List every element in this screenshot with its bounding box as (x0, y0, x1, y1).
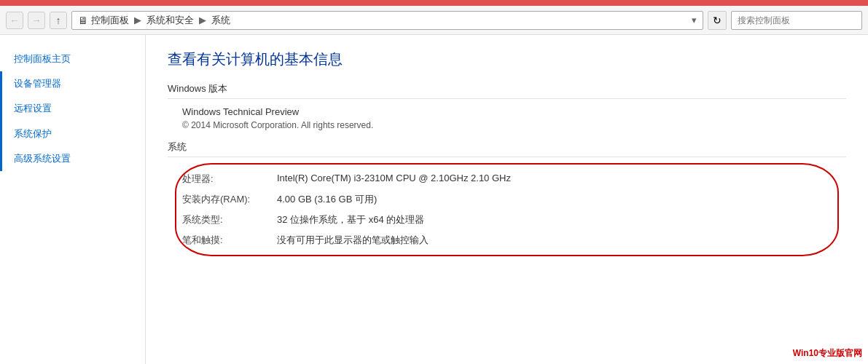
content-area: 查看有关计算机的基本信息 Windows 版本 Windows Technica… (146, 35, 868, 364)
sidebar-item-advanced[interactable]: 高级系统设置 (0, 146, 145, 171)
processor-label: 处理器: (182, 173, 277, 186)
ram-label: 安装内存(RAM): (182, 193, 277, 206)
up-icon: ↑ (56, 15, 61, 26)
forward-icon: → (31, 15, 42, 26)
system-section-wrapper: 处理器: Intel(R) Core(TM) i3-2310M CPU @ 2.… (168, 165, 846, 255)
forward-button[interactable]: → (28, 12, 45, 29)
page-title: 查看有关计算机的基本信息 (168, 50, 846, 69)
address-dropdown-icon[interactable]: ▾ (692, 15, 697, 25)
processor-value: Intel(R) Core(TM) i3-2310M CPU @ 2.10GHz… (277, 173, 846, 186)
system-rows: 处理器: Intel(R) Core(TM) i3-2310M CPU @ 2.… (168, 165, 846, 255)
pen-touch-label: 笔和触摸: (182, 234, 277, 247)
breadcrumb-item-2[interactable]: 系统 (211, 14, 230, 27)
windows-version-section-label: Windows 版本 (168, 82, 846, 99)
windows-version-name: Windows Technical Preview (168, 106, 846, 117)
breadcrumb-item-0[interactable]: 控制面板 (91, 14, 129, 27)
table-row: 系统类型: 32 位操作系统，基于 x64 的处理器 (168, 210, 846, 230)
address-bar-row: ← → ↑ 🖥 控制面板 ▶ 系统和安全 ▶ 系统 ▾ ↻ (0, 6, 868, 35)
sidebar: 控制面板主页 设备管理器 远程设置 系统保护 高级系统设置 (0, 35, 146, 364)
table-row: 安装内存(RAM): 4.00 GB (3.16 GB 可用) (168, 189, 846, 210)
computer-icon: 🖥 (78, 15, 88, 26)
up-button[interactable]: ↑ (50, 12, 67, 29)
table-row: 笔和触摸: 没有可用于此显示器的笔或触控输入 (168, 230, 846, 250)
copyright-text: © 2014 Microsoft Corporation. All rights… (168, 120, 846, 130)
breadcrumb-item-1[interactable]: 系统和安全 (146, 14, 194, 27)
sidebar-item-device-manager[interactable]: 设备管理器 (0, 71, 145, 96)
back-icon: ← (9, 15, 20, 26)
refresh-icon: ↻ (713, 15, 722, 26)
sidebar-item-home[interactable]: 控制面板主页 (0, 47, 145, 71)
sidebar-item-remote[interactable]: 远程设置 (0, 96, 145, 121)
separator-2: ▶ (199, 15, 206, 25)
address-field[interactable]: 🖥 控制面板 ▶ 系统和安全 ▶ 系统 ▾ (71, 11, 703, 30)
main-layout: 控制面板主页 设备管理器 远程设置 系统保护 高级系统设置 查看有关计算机的基本… (0, 35, 868, 364)
pen-touch-value: 没有可用于此显示器的笔或触控输入 (277, 234, 846, 247)
table-row: 处理器: Intel(R) Core(TM) i3-2310M CPU @ 2.… (168, 169, 846, 189)
search-input[interactable] (731, 11, 862, 30)
ram-value: 4.00 GB (3.16 GB 可用) (277, 193, 846, 206)
sidebar-item-protection[interactable]: 系统保护 (0, 122, 145, 146)
watermark: Win10专业版官网 (790, 346, 865, 361)
top-bar (0, 0, 868, 6)
system-type-label: 系统类型: (182, 213, 277, 226)
refresh-button[interactable]: ↻ (708, 11, 727, 30)
system-type-value: 32 位操作系统，基于 x64 的处理器 (277, 213, 846, 226)
back-button[interactable]: ← (6, 12, 23, 29)
system-section-label: 系统 (168, 141, 846, 157)
separator-1: ▶ (134, 15, 141, 25)
